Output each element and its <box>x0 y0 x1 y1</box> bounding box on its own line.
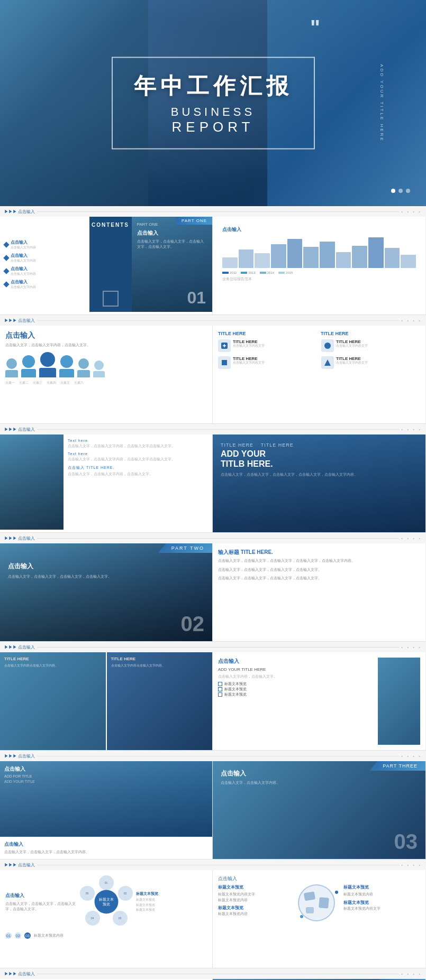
check-3: 标题文本预览 <box>218 692 375 697</box>
slide-row-5: TITLE HERE 点击输入文字内容点击输入文字内容。 TITLE HERE … <box>0 652 426 751</box>
svg-marker-3 <box>324 359 331 366</box>
sep-row-7: ▶▶▶ 点击输入 • • • • <box>0 859 426 870</box>
svg-point-1 <box>324 343 331 349</box>
check-2: 标题文本预览 <box>218 687 375 692</box>
slide-chart: 点击输入 2012 <box>213 217 425 315</box>
svg-rect-2 <box>222 360 227 365</box>
part-two-click[interactable]: 点击输入 <box>8 562 204 571</box>
cover-dots <box>391 189 410 193</box>
sep-row-5: ▶▶▶ 点击输入 • • • • <box>0 642 426 652</box>
sep-row-3: ▶▶▶ 点击输入 • • • • <box>0 424 426 434</box>
add-title-big: ADD YOURTITLB HERE. <box>221 449 418 469</box>
slide-title-input: 输入标题 TITLE HERE. 点击输入文字，点击输入文字，点击输入文字，点击… <box>213 543 425 641</box>
slide-checklist: 点击输入 ADD YOUR TITLE HERE 点击输入文字内容，点击输入文字… <box>213 652 425 750</box>
cover-center-box: 年中工作汇报 BUSINESS REPORT <box>112 57 315 150</box>
slide-row-4: PART TWO 点击输入 点击输入文字，点击输入文字，点击输入文字，点击输入文… <box>0 543 426 642</box>
slide-row-3: Text here 点击输入文字，点击输入文字内容，点击输入文字点击输入文字。 … <box>0 434 426 533</box>
side-text: ADD YOUR TITLE HERE <box>379 64 384 142</box>
contents-item-4[interactable]: 点击输入 点击输入文字内容 <box>4 279 85 290</box>
slide-row-7: 点击输入 点击输入文字，点击输入文字，点击输入文字，点击输入文字。 标题文本预览… <box>0 870 426 968</box>
title-here-2: TITLE HERE <box>321 331 420 336</box>
sep-label-1: ▶▶▶ 点击输入 <box>4 209 35 215</box>
sep-row-2: ▶▶▶ 点击输入 • • • • <box>0 315 426 326</box>
sep-row-8: ▶▶▶ 点击输入 • • • • <box>0 968 426 979</box>
slide2-click-input[interactable]: 点击输入 <box>5 331 207 340</box>
slide-person: 点击输入 点击输入文字，点击输入文字内容，点击输入文字。 <box>0 326 213 423</box>
slide-contents: 点击输入 点击输入文字内容 点击输入 点击输入文字内容 点击输入 点击输入文 <box>0 217 213 315</box>
contents-title: CONTENTS <box>92 222 129 228</box>
cover-slide: 年中工作汇报 BUSINESS REPORT " ADD YOUR TITLE … <box>0 0 426 206</box>
part-one-label: PART ONE <box>137 222 207 227</box>
add-title-body: 点击输入文字，点击输入文字，点击输入文字，点击输入文字，点击输入文字内容。 <box>221 472 418 477</box>
part-one-num: 01 <box>187 288 206 308</box>
sep-row-6: ▶▶▶ 点击输入 • • • • <box>0 751 426 761</box>
slide-icon-cards: TITLE HERE TITLE HERE TITLE HERE 点击输入文字内… <box>213 326 425 423</box>
slide-two-panel: TITLE HERE 点击输入文字内容点击输入文字内容。 TITLE HERE … <box>0 652 213 750</box>
check-1: 标题文本预览 <box>218 681 375 687</box>
contents-item-3[interactable]: 点击输入 点击输入文字内容 <box>4 266 85 276</box>
chart-click-input[interactable]: 点击输入 <box>222 226 416 233</box>
slide-part-three: PART THREE 点击输入 点击输入文字，点击输入文字内容。 03 <box>213 761 425 859</box>
part-two-badge: PART TWO <box>171 546 204 551</box>
quote-mark: " <box>310 16 320 40</box>
slide-aerial: 点击输入 ADD FOR TITLE ADD YOUR TITLE 点击输入 点… <box>0 761 213 859</box>
sep-row-1: ▶▶▶ 点击输入 • • • • <box>0 206 426 217</box>
contents-item-2[interactable]: 点击输入 点击输入文字内容 <box>4 253 85 263</box>
slide-city-text: Text here 点击输入文字，点击输入文字内容，点击输入文字点击输入文字。 … <box>0 434 213 532</box>
title-input-label[interactable]: 输入标题 TITLE HERE. <box>218 549 420 556</box>
slide-globe: 点击输入 标题文本预览 标题文本预览内容文字 标题文本预览内容 标题文本预览 标… <box>213 870 425 968</box>
slide-add-title: TITLE HERE TITLE HERE ADD YOURTITLB HERE… <box>213 434 425 532</box>
slide-pentagon: 点击输入 点击输入文字，点击输入文字，点击输入文字，点击输入文字。 标题文本预览… <box>0 870 213 968</box>
cover-title-en2: REPORT <box>134 119 293 135</box>
title-here-1: TITLE HERE <box>218 331 318 336</box>
sep-row-4: ▶▶▶ 点击输入 • • • • <box>0 533 426 543</box>
slide-row-1: 点击输入 点击输入文字内容 点击输入 点击输入文字内容 点击输入 点击输入文 <box>0 217 426 315</box>
cover-title-zh: 年中工作汇报 <box>134 71 293 101</box>
chart-legend: 业务总结报告范本 <box>222 276 416 282</box>
slide-part-two: PART TWO 点击输入 点击输入文字，点击输入文字，点击输入文字，点击输入文… <box>0 543 213 641</box>
checklist-click[interactable]: 点击输入 <box>218 658 375 665</box>
cover-title-en1: BUSINESS <box>134 105 293 119</box>
contents-item-1[interactable]: 点击输入 点击输入文字内容 <box>4 239 85 250</box>
contents-click-input[interactable]: 点击输入 <box>137 229 207 237</box>
slide-row-2: 点击输入 点击输入文字，点击输入文字内容，点击输入文字。 <box>0 326 426 424</box>
slide-row-6: 点击输入 ADD FOR TITLE ADD YOUR TITLE 点击输入 点… <box>0 761 426 859</box>
